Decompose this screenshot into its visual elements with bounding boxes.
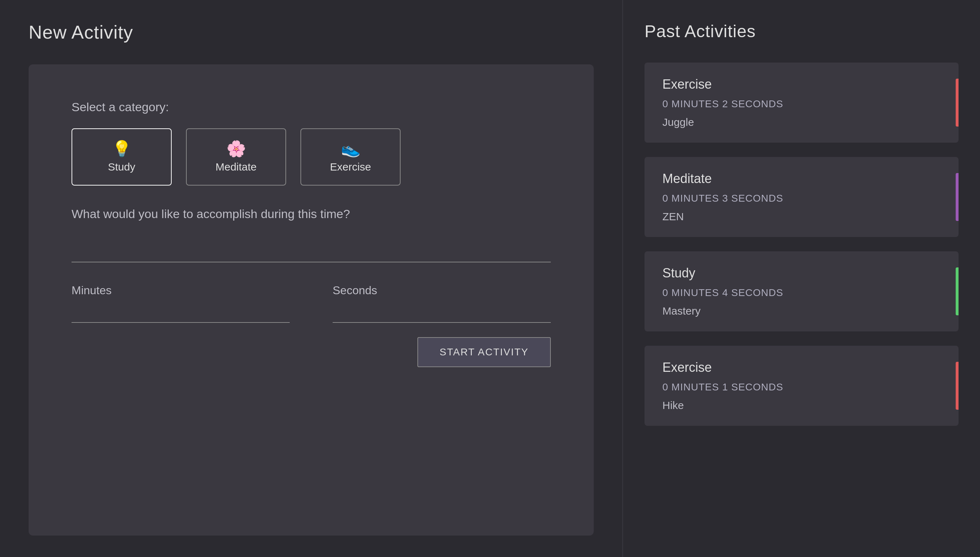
seconds-label: Seconds	[333, 284, 551, 297]
activity-sub-2: Mastery	[662, 305, 941, 317]
study-label: Study	[108, 161, 135, 173]
activity-time-0: 0 MINUTES 2 SECONDS	[662, 98, 941, 110]
start-activity-button[interactable]: START ACTIVITY	[417, 337, 551, 367]
form-card: Select a category: 💡 Study 🌸 Meditate 👟 …	[29, 64, 594, 536]
activity-time-2: 0 MINUTES 4 SECONDS	[662, 287, 941, 298]
activity-sub-3: Hike	[662, 399, 941, 412]
meditate-icon: 🌸	[227, 141, 246, 156]
activity-card-1: Meditate 0 MINUTES 3 SECONDS ZEN	[644, 157, 959, 237]
category-label: Select a category:	[72, 100, 551, 114]
activity-name-1: Meditate	[662, 171, 941, 186]
minutes-label: Minutes	[72, 284, 290, 297]
study-icon: 💡	[112, 141, 132, 156]
minutes-input[interactable]	[72, 303, 290, 323]
activity-time-1: 0 MINUTES 3 SECONDS	[662, 193, 941, 204]
activity-sub-0: Juggle	[662, 116, 941, 128]
accomplish-input[interactable]	[72, 243, 551, 262]
activity-sub-1: ZEN	[662, 210, 941, 223]
activity-time-3: 0 MINUTES 1 SECONDS	[662, 381, 941, 393]
category-section: Select a category: 💡 Study 🌸 Meditate 👟 …	[72, 100, 551, 186]
accomplish-section: What would you like to accomplish during…	[72, 207, 551, 262]
seconds-field: Seconds	[333, 284, 551, 323]
activity-card-2: Study 0 MINUTES 4 SECONDS Mastery	[644, 251, 959, 331]
activity-name-2: Study	[662, 265, 941, 281]
seconds-input[interactable]	[333, 303, 551, 323]
right-panel: Past Activities Exercise 0 MINUTES 2 SEC…	[622, 0, 980, 557]
activity-card-3: Exercise 0 MINUTES 1 SECONDS Hike	[644, 346, 959, 426]
accomplish-label: What would you like to accomplish during…	[72, 207, 551, 221]
minutes-field: Minutes	[72, 284, 290, 323]
category-study-button[interactable]: 💡 Study	[72, 128, 172, 186]
category-buttons: 💡 Study 🌸 Meditate 👟 Exercise	[72, 128, 551, 186]
activity-name-0: Exercise	[662, 77, 941, 92]
activity-name-3: Exercise	[662, 360, 941, 375]
category-exercise-button[interactable]: 👟 Exercise	[300, 128, 401, 186]
past-activities-title: Past Activities	[644, 21, 959, 41]
button-row: START ACTIVITY	[72, 337, 551, 367]
category-meditate-button[interactable]: 🌸 Meditate	[186, 128, 286, 186]
activity-card-0: Exercise 0 MINUTES 2 SECONDS Juggle	[644, 63, 959, 143]
page-title: New Activity	[29, 21, 594, 43]
exercise-label: Exercise	[330, 161, 371, 173]
exercise-icon: 👟	[341, 141, 360, 156]
meditate-label: Meditate	[215, 161, 256, 173]
time-section: Minutes Seconds START ACTIVITY	[72, 284, 551, 367]
main-panel: New Activity Select a category: 💡 Study …	[0, 0, 622, 557]
time-row: Minutes Seconds	[72, 284, 551, 323]
